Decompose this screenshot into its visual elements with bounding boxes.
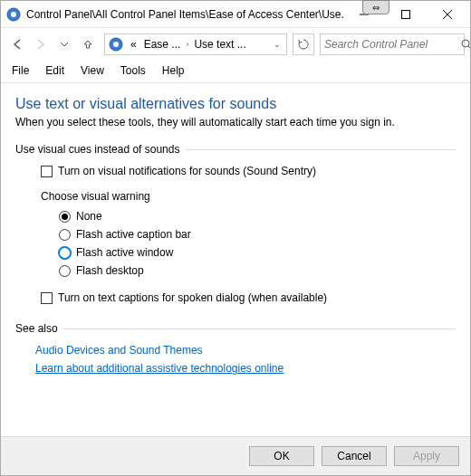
recent-locations-button[interactable]	[53, 33, 75, 55]
subhead-visual-warning: Choose visual warning	[41, 190, 456, 203]
radio-icon	[59, 229, 71, 241]
breadcrumb-ease[interactable]: Ease ...	[140, 38, 185, 51]
button-bar: OK Cancel Apply	[1, 436, 470, 475]
address-icon	[109, 37, 123, 52]
maximize-button[interactable]	[385, 1, 427, 28]
checkbox-icon	[41, 166, 53, 177]
checkbox-text-captions[interactable]: Turn on text captions for spoken dialog …	[15, 291, 456, 304]
radio-flash-window[interactable]: Flash active window	[59, 246, 456, 259]
apply-button: Apply	[394, 446, 459, 466]
group-visual-cues: Use visual cues instead of sounds	[15, 143, 456, 156]
radio-flash-desktop[interactable]: Flash desktop	[59, 264, 456, 277]
svg-point-7	[113, 42, 119, 47]
search-box[interactable]	[320, 33, 465, 55]
link-assistive-tech[interactable]: Learn about additional assistive technol…	[35, 362, 456, 375]
up-button[interactable]	[77, 33, 99, 55]
breadcrumb-usetext[interactable]: Use text ...	[190, 38, 249, 51]
page-subtitle: When you select these tools, they will a…	[15, 116, 456, 129]
title-bar: Control Panel\All Control Panel Items\Ea…	[1, 1, 470, 28]
radio-flash-caption[interactable]: Flash active caption bar	[59, 228, 456, 241]
search-icon[interactable]	[461, 39, 471, 51]
cancel-button[interactable]: Cancel	[322, 446, 387, 466]
menu-tools[interactable]: Tools	[120, 64, 146, 77]
ok-button[interactable]: OK	[249, 446, 314, 466]
radio-label: Flash active window	[76, 246, 173, 259]
menu-help[interactable]: Help	[162, 64, 185, 77]
search-input[interactable]	[324, 38, 461, 51]
checkbox-label: Turn on text captions for spoken dialog …	[58, 291, 327, 304]
address-bar[interactable]: « Ease ... › Use text ... ⌄	[104, 33, 287, 55]
control-panel-icon	[6, 7, 21, 22]
radio-none[interactable]: None	[59, 210, 456, 223]
chevron-right-icon: ›	[184, 40, 190, 49]
radio-icon	[59, 265, 71, 277]
menu-view[interactable]: View	[81, 64, 104, 77]
radio-label: Flash desktop	[76, 264, 144, 277]
forward-button[interactable]	[30, 33, 52, 55]
radio-icon	[59, 211, 71, 223]
radio-label: Flash active caption bar	[76, 228, 191, 241]
svg-rect-3	[402, 10, 410, 18]
address-dropdown[interactable]: ⌄	[270, 40, 284, 49]
menu-bar: File Edit View Tools Help	[1, 61, 470, 83]
group-label: Use visual cues instead of sounds	[15, 143, 179, 156]
back-button[interactable]	[6, 33, 28, 55]
close-button[interactable]	[427, 1, 468, 28]
group-see-also: See also	[15, 322, 456, 335]
checkbox-sound-sentry[interactable]: Turn on visual notifications for sounds …	[41, 165, 456, 177]
checkbox-label: Turn on visual notifications for sounds …	[58, 165, 316, 177]
drag-handle-icon[interactable]: ⇔	[362, 0, 389, 14]
nav-toolbar: « Ease ... › Use text ... ⌄	[1, 28, 470, 61]
checkbox-icon	[41, 292, 53, 304]
menu-edit[interactable]: Edit	[45, 64, 64, 77]
svg-point-1	[11, 12, 16, 17]
radio-label: None	[76, 210, 102, 223]
radio-icon	[59, 247, 71, 259]
svg-point-8	[462, 40, 469, 47]
page-title: Use text or visual alternatives for soun…	[15, 96, 456, 112]
refresh-button[interactable]	[293, 33, 314, 55]
breadcrumb-overflow[interactable]: «	[127, 38, 140, 51]
window-title: Control Panel\All Control Panel Items\Ea…	[26, 8, 343, 21]
group-label: See also	[15, 322, 58, 335]
link-audio-devices[interactable]: Audio Devices and Sound Themes	[35, 344, 456, 357]
content-area: Use text or visual alternatives for soun…	[1, 83, 470, 436]
menu-file[interactable]: File	[12, 64, 29, 77]
